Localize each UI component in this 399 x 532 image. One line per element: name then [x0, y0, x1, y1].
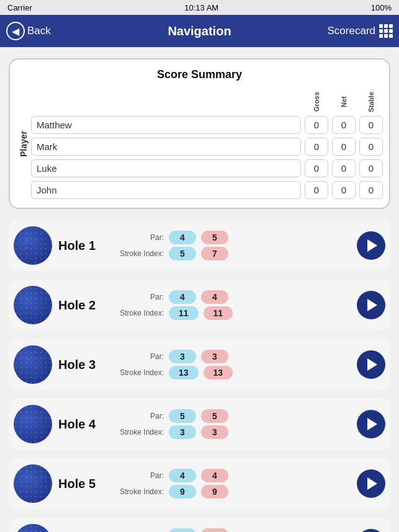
par-blue-value: 5	[169, 409, 196, 423]
gross-value: 0	[305, 138, 328, 156]
si-label: Stroke Index:	[114, 428, 164, 437]
si-pink-value: 13	[204, 366, 233, 379]
par-row: Par: 3 3	[114, 350, 351, 363]
hole-ball-icon	[14, 286, 52, 324]
score-summary-card: Score Summary Player Gross Net Stable 0 …	[9, 58, 390, 209]
gross-value: 0	[305, 159, 328, 177]
battery-label: 100%	[371, 3, 392, 12]
par-blue-value: 4	[169, 290, 196, 304]
stable-value: 0	[359, 138, 383, 156]
hole-ball-icon	[14, 405, 52, 443]
time-label: 10:13 AM	[184, 3, 218, 12]
column-headers: Gross Net Stable	[31, 89, 383, 115]
hole-title: Hole 3	[58, 358, 108, 372]
hole-play-button[interactable]	[357, 469, 385, 498]
hole-play-button[interactable]	[357, 350, 385, 379]
back-button[interactable]: ◀ Back	[6, 22, 51, 40]
si-row: Stroke Index: 13 13	[114, 366, 351, 379]
par-blue-value: 4	[169, 528, 196, 532]
hole-details: Par: 4 5 Stroke Index: 5 7	[114, 231, 351, 260]
hole-details: Par: 4 4 Stroke Index: 9 9	[114, 469, 351, 499]
par-row: Par: 4 4	[114, 469, 351, 482]
si-label: Stroke Index:	[114, 368, 164, 377]
par-label: Par:	[114, 293, 164, 301]
si-label: Stroke Index:	[114, 487, 164, 496]
net-value: 0	[332, 159, 356, 177]
scorecard-label: Scorecard	[328, 25, 375, 37]
player-column-label: Player	[16, 89, 31, 199]
hole-ball-icon	[14, 524, 52, 532]
si-blue-value: 5	[169, 247, 196, 260]
si-label: Stroke Index:	[114, 309, 164, 317]
hole-row: Hole 4 Par: 5 5 Stroke Index: 3 3	[9, 399, 390, 450]
score-summary-title: Score Summary	[16, 68, 383, 81]
scorecard-button[interactable]: Scorecard	[328, 24, 393, 38]
si-pink-value: 11	[204, 306, 233, 320]
par-row: Par: 4 5	[114, 231, 351, 244]
par-row: Par: 5 5	[114, 409, 351, 423]
status-bar: Carrier 10:13 AM 100%	[0, 0, 399, 15]
par-pink-value: 4	[201, 528, 228, 532]
hole-row: Hole 3 Par: 3 3 Stroke Index: 13 13	[9, 339, 390, 390]
par-row: Par: 4 4	[114, 290, 351, 304]
hole-details: Par: 4 4 Stroke Index: 11 11	[114, 290, 351, 320]
si-row: Stroke Index: 9 9	[114, 485, 351, 499]
gross-value: 0	[305, 181, 328, 199]
hole-title: Hole 5	[58, 477, 108, 491]
par-label: Par:	[114, 471, 164, 480]
hole-ball-icon	[14, 464, 52, 503]
hole-title: Hole 2	[58, 298, 108, 313]
hole-details: Par: 3 3 Stroke Index: 13 13	[114, 350, 351, 379]
nav-title: Navigation	[168, 24, 231, 38]
player-row: 0 0 0	[31, 181, 383, 199]
play-triangle-icon	[367, 239, 377, 252]
player-name-input[interactable]	[31, 181, 301, 199]
net-value: 0	[332, 181, 356, 199]
holes-section: Hole 1 Par: 4 5 Stroke Index: 5 7	[0, 220, 399, 532]
si-pink-value: 3	[201, 425, 228, 439]
par-pink-value: 3	[201, 350, 228, 363]
net-header: Net	[332, 89, 356, 115]
gross-value: 0	[305, 116, 328, 134]
hole-details: Par: 5 5 Stroke Index: 3 3	[114, 409, 351, 439]
si-row: Stroke Index: 5 7	[114, 247, 351, 260]
player-row: 0 0 0	[31, 159, 383, 177]
play-triangle-icon	[367, 358, 377, 371]
par-label: Par:	[114, 412, 164, 420]
hole-play-button[interactable]	[357, 410, 385, 438]
scorecard-grid-icon	[379, 24, 393, 38]
carrier-label: Carrier	[7, 3, 32, 12]
back-arrow-icon: ◀	[6, 22, 25, 40]
par-row: Par: 4 4	[114, 528, 351, 532]
hole-ball-icon	[14, 345, 52, 384]
player-name-input[interactable]	[31, 116, 301, 134]
stable-value: 0	[359, 181, 383, 199]
hole-row: Hole 6 Par: 4 4 Stroke Index: 7 1	[9, 518, 390, 532]
hole-row: Hole 5 Par: 4 4 Stroke Index: 9 9	[9, 458, 390, 509]
par-blue-value: 3	[169, 350, 196, 363]
par-blue-value: 4	[169, 469, 196, 482]
score-table: Player Gross Net Stable 0 0 0 0 0 0 0 0 …	[16, 89, 383, 199]
si-pink-value: 9	[201, 485, 228, 499]
hole-row: Hole 2 Par: 4 4 Stroke Index: 11 11	[9, 280, 390, 330]
si-blue-value: 13	[169, 366, 199, 379]
hole-play-button[interactable]	[357, 529, 385, 532]
net-value: 0	[332, 138, 356, 156]
par-pink-value: 4	[201, 290, 228, 304]
hole-title: Hole 1	[58, 239, 108, 253]
stable-value: 0	[359, 159, 383, 177]
par-pink-value: 5	[201, 231, 228, 244]
player-name-input[interactable]	[31, 159, 301, 177]
hole-play-button[interactable]	[357, 231, 385, 260]
player-row: 0 0 0	[31, 138, 383, 156]
play-triangle-icon	[367, 299, 377, 311]
hole-play-button[interactable]	[357, 291, 385, 319]
si-blue-value: 3	[169, 425, 196, 439]
net-value: 0	[332, 116, 356, 134]
player-name-input[interactable]	[31, 138, 301, 156]
gross-header: Gross	[305, 89, 328, 115]
hole-details: Par: 4 4 Stroke Index: 7 1	[114, 528, 351, 532]
par-label: Par:	[114, 352, 164, 361]
si-pink-value: 7	[201, 247, 228, 260]
player-rows: 0 0 0 0 0 0 0 0 0 0 0 0	[31, 116, 383, 199]
